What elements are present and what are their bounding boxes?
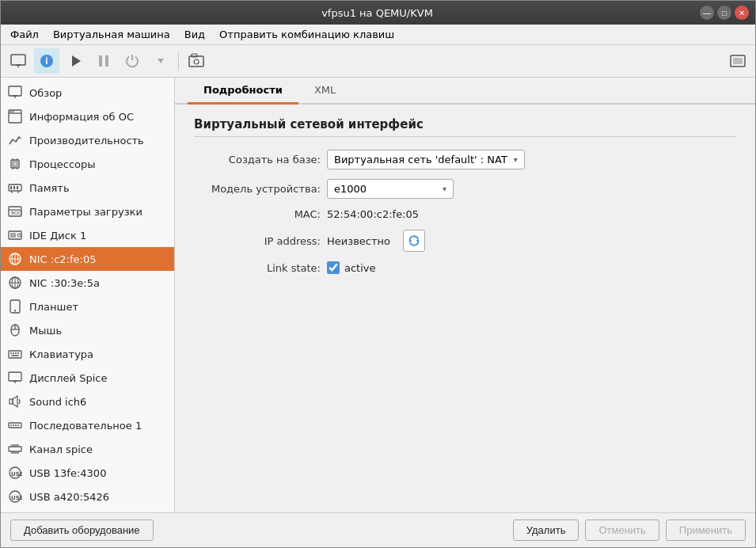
sidebar-item-nic2[interactable]: NIC :30:3e:5a bbox=[1, 271, 174, 295]
ip-label: IP address: bbox=[194, 235, 321, 247]
svg-rect-53 bbox=[9, 351, 21, 358]
titlebar: vfpsu1 на QEMU/KVM — □ ✕ bbox=[1, 1, 755, 25]
link-state-row: Link state: active bbox=[194, 261, 736, 274]
sidebar-item-spice-channel[interactable]: Канал spice bbox=[1, 437, 174, 461]
tab-xml[interactable]: XML bbox=[298, 78, 351, 105]
svg-rect-59 bbox=[9, 372, 21, 381]
footer-right: Удалить Отменить Применить bbox=[513, 519, 746, 541]
svg-marker-63 bbox=[13, 396, 17, 407]
menu-vm[interactable]: Виртуальная машина bbox=[47, 26, 177, 43]
link-state-container: active bbox=[327, 261, 376, 274]
ip-refresh-button[interactable] bbox=[403, 230, 425, 252]
sidebar-item-usb1[interactable]: USB USB 13fe:4300 bbox=[1, 461, 174, 485]
svg-rect-32 bbox=[17, 186, 18, 189]
sidebar-item-performance[interactable]: Производительность bbox=[1, 128, 174, 152]
link-state-label: Link state: bbox=[194, 262, 321, 274]
svg-rect-7 bbox=[105, 55, 108, 67]
cancel-button[interactable]: Отменить bbox=[585, 519, 659, 541]
sidebar-item-processors[interactable]: Процессоры bbox=[1, 152, 174, 176]
sidebar-item-serial[interactable]: Последовательное 1 bbox=[1, 413, 174, 437]
svg-rect-22 bbox=[13, 162, 17, 166]
apply-button[interactable]: Применить bbox=[666, 519, 746, 541]
pause-icon bbox=[95, 52, 112, 70]
mouse-icon bbox=[7, 322, 23, 338]
sidebar-item-keyboard[interactable]: Клавиатура bbox=[1, 342, 174, 366]
delete-button[interactable]: Удалить bbox=[513, 519, 579, 541]
network-source-dropdown[interactable]: Виртуальная сеть 'default' : NAT ▾ bbox=[327, 150, 525, 169]
add-hardware-button[interactable]: Добавить оборудование bbox=[10, 519, 154, 541]
sidebar-label-spice-channel: Канал spice bbox=[29, 443, 168, 455]
toolbar-info-button[interactable]: i bbox=[34, 48, 59, 74]
fullscreen-icon bbox=[729, 52, 747, 70]
sidebar: Обзор Информация об ОС Производительност… bbox=[1, 78, 175, 512]
sidebar-label-performance: Производительность bbox=[29, 135, 168, 147]
titlebar-controls: — □ ✕ bbox=[700, 6, 749, 20]
power-icon bbox=[123, 52, 141, 70]
keyboard-icon bbox=[7, 346, 23, 362]
svg-text:BOOT: BOOT bbox=[11, 210, 22, 215]
footer-left: Добавить оборудование bbox=[10, 519, 154, 541]
minimize-button[interactable]: — bbox=[700, 6, 714, 20]
usb1-icon: USB bbox=[7, 465, 23, 481]
screen-icon bbox=[9, 52, 27, 70]
sidebar-item-usb2[interactable]: USB USB a420:5426 bbox=[1, 485, 174, 508]
link-state-checkbox[interactable] bbox=[327, 261, 340, 274]
svg-rect-13 bbox=[733, 58, 743, 64]
toolbar-fullscreen-button[interactable] bbox=[725, 48, 750, 74]
refresh-icon bbox=[408, 234, 420, 247]
sidebar-label-nic1: NIC :c2:fe:05 bbox=[29, 253, 168, 265]
sidebar-item-ide-disk[interactable]: IDE Диск 1 bbox=[1, 223, 174, 247]
svg-point-37 bbox=[17, 234, 21, 237]
svg-point-11 bbox=[194, 59, 199, 64]
sidebar-label-ide-disk: IDE Диск 1 bbox=[29, 230, 168, 242]
toolbar-power-button[interactable] bbox=[120, 48, 145, 74]
sidebar-label-display: Дисплей Spice bbox=[29, 372, 168, 384]
sidebar-label-keyboard: Клавиатура bbox=[29, 348, 168, 360]
sidebar-label-overview: Обзор bbox=[29, 87, 168, 99]
main-panel: Подробности XML Виртуальный сетевой инте… bbox=[175, 78, 755, 512]
svg-rect-31 bbox=[13, 186, 15, 189]
sidebar-item-nic1[interactable]: NIC :c2:fe:05 bbox=[1, 247, 174, 271]
sidebar-item-overview[interactable]: Обзор bbox=[1, 81, 174, 105]
sidebar-item-boot[interactable]: BOOT Параметры загрузки bbox=[1, 200, 174, 223]
play-icon bbox=[66, 52, 84, 70]
mac-value: 52:54:00:c2:fe:05 bbox=[327, 208, 419, 220]
svg-marker-5 bbox=[72, 55, 81, 67]
device-model-dropdown[interactable]: e1000 ▾ bbox=[327, 179, 454, 199]
link-state-value: active bbox=[344, 262, 376, 274]
svg-rect-14 bbox=[9, 86, 21, 96]
toolbar-pause-button[interactable] bbox=[91, 48, 116, 74]
sound-icon bbox=[7, 394, 23, 409]
window-title: vfpsu1 на QEMU/KVM bbox=[55, 7, 700, 19]
mac-label: MAC: bbox=[194, 208, 321, 220]
sidebar-label-tablet: Планшет bbox=[29, 301, 168, 313]
toolbar-power-arrow-button[interactable] bbox=[148, 48, 173, 74]
toolbar-snapshot-button[interactable] bbox=[184, 48, 209, 74]
sidebar-item-tablet[interactable]: Планшет bbox=[1, 295, 174, 318]
sidebar-item-memory[interactable]: Память bbox=[1, 176, 174, 200]
toolbar-screen-button[interactable] bbox=[6, 48, 31, 74]
close-button[interactable]: ✕ bbox=[735, 6, 749, 20]
tablet-icon bbox=[7, 299, 23, 314]
serial-icon bbox=[7, 417, 23, 433]
sidebar-item-os-info[interactable]: Информация об ОС bbox=[1, 105, 174, 128]
sidebar-label-os-info: Информация об ОС bbox=[29, 111, 168, 123]
menu-view[interactable]: Вид bbox=[178, 26, 211, 43]
tab-details[interactable]: Подробности bbox=[188, 78, 298, 105]
sidebar-item-display[interactable]: Дисплей Spice bbox=[1, 366, 174, 390]
menu-file[interactable]: Файл bbox=[4, 26, 45, 43]
overview-icon bbox=[7, 85, 23, 101]
nic1-icon bbox=[7, 251, 23, 267]
sidebar-item-sound[interactable]: Sound ich6 bbox=[1, 390, 174, 413]
sidebar-item-mouse[interactable]: Мышь bbox=[1, 318, 174, 342]
device-model-container: e1000 ▾ bbox=[327, 179, 454, 199]
maximize-button[interactable]: □ bbox=[717, 6, 731, 20]
snapshot-icon bbox=[188, 52, 205, 70]
cpu-icon bbox=[7, 156, 23, 172]
info-icon: i bbox=[38, 52, 55, 70]
device-model-arrow: ▾ bbox=[443, 185, 446, 193]
toolbar-play-button[interactable] bbox=[63, 48, 88, 74]
menu-send[interactable]: Отправить комбинацию клавиш bbox=[213, 26, 401, 43]
content-area: Обзор Информация об ОС Производительност… bbox=[1, 78, 755, 512]
network-source-label: Создать на базе: bbox=[194, 154, 321, 166]
